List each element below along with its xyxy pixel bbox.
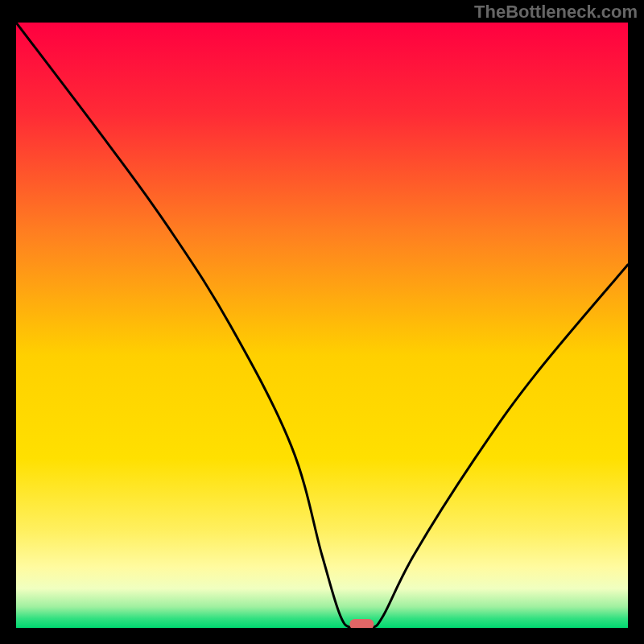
chart-container: TheBottleneck.com (0, 0, 644, 644)
chart-svg (16, 23, 628, 628)
plot-area (16, 23, 628, 628)
watermark-text: TheBottleneck.com (474, 2, 638, 23)
gradient-background (16, 23, 628, 628)
optimal-marker (349, 619, 374, 628)
